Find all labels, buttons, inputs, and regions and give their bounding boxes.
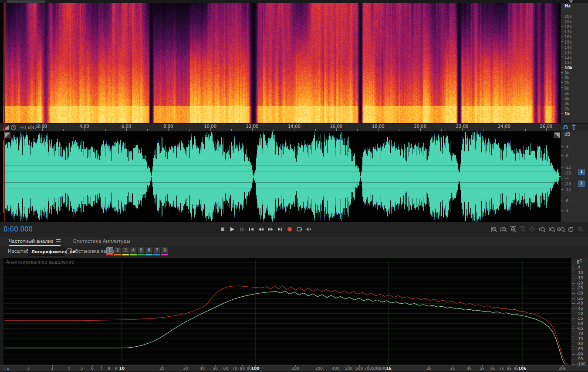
curve-channel-2 [4, 291, 565, 365]
timeline-label: 10:00 [202, 124, 219, 129]
gain-readout[interactable]: +0 dB [19, 125, 34, 131]
db-axis-label: -100 [577, 362, 585, 366]
copy-graph-button[interactable] [65, 248, 73, 255]
frequency-axis-label: 3 [45, 366, 60, 371]
db-axis-minor-tick [572, 285, 574, 286]
db-axis-label: -15 [577, 276, 583, 280]
zoom-selection-right-button[interactable] [547, 225, 556, 234]
waveform-display[interactable] [3, 131, 561, 222]
transport-controls [218, 225, 313, 234]
frame-hold-button-7[interactable]: 7 [153, 247, 160, 255]
time-display[interactable]: 0:00.000 [3, 225, 33, 233]
frame-hold-button-2[interactable]: 2 [114, 247, 121, 255]
loop-playback-button[interactable] [294, 225, 304, 234]
skip-selection-button[interactable] [304, 225, 313, 234]
db-axis-minor-tick [572, 265, 574, 266]
pause-button[interactable] [237, 225, 246, 234]
magnet-icon[interactable] [562, 124, 569, 131]
amplitude-ruler-label: -∞ [564, 176, 569, 181]
timeline-tick [147, 129, 148, 131]
tab-frequency-analysis[interactable]: Частотный анализ [9, 238, 61, 246]
frequency-ruler-tick [561, 26, 563, 27]
timeline-label: 6:00 [118, 124, 135, 129]
tab-amplitude-statistics[interactable]: Статистика Амплитуды [73, 238, 130, 245]
frequency-ruler-label: 14k [564, 45, 572, 50]
db-axis-tick [572, 308, 575, 309]
frequency-ruler-label: 1k [564, 112, 570, 116]
timeline-tick [63, 129, 64, 131]
frequency-ruler-label: 9k [564, 71, 569, 75]
db-axis-tick [572, 334, 575, 334]
amplitude-ruler-tick [561, 155, 563, 156]
db-axis-tick [572, 288, 575, 288]
frame-hold-button-3[interactable]: 3 [122, 247, 129, 255]
zoom-in-amplitude-button[interactable] [490, 225, 499, 234]
fade-in-handle[interactable] [4, 132, 10, 138]
zoom-selection-button[interactable] [557, 225, 566, 234]
zoom-point-button[interactable] [528, 225, 537, 234]
timeline-label: 4:00 [75, 124, 93, 129]
amplitude-ruler-unit: dB [564, 132, 570, 137]
stop-button[interactable] [218, 225, 227, 234]
db-axis-minor-tick [572, 291, 574, 291]
zoom-out-full-button[interactable] [518, 225, 527, 234]
db-axis-label: 0 [577, 261, 579, 265]
rewind-button[interactable] [256, 225, 265, 234]
frame-hold-button-5[interactable]: 5 [138, 247, 145, 255]
skip-to-start-button[interactable] [247, 225, 256, 234]
waveform-left-margin [0, 131, 3, 222]
db-axis-tick [572, 324, 575, 324]
frequency-ruler-tick [561, 52, 563, 52]
timeline-label: 26:00 [537, 124, 555, 129]
zoom-locked-button[interactable] [576, 225, 585, 234]
channel-2-badge[interactable]: 2 [578, 181, 585, 187]
record-button[interactable] [285, 225, 294, 234]
play-button[interactable] [227, 225, 237, 234]
db-axis-label: -95 [577, 357, 583, 361]
frequency-ruler-label: 3k [564, 101, 569, 106]
reset-zoom-button[interactable] [566, 225, 575, 234]
frame-hold-number: 7 [153, 247, 160, 254]
frequency-axis-label: 20 [155, 366, 169, 371]
frequency-ruler-label: 10k [564, 66, 573, 70]
amplitude-ruler-tick [561, 178, 563, 178]
playhead[interactable] [4, 3, 5, 222]
frame-hold-button-6[interactable]: 6 [145, 247, 152, 255]
db-axis-label: -60 [577, 322, 583, 326]
frame-hold-button-1[interactable]: 1 [106, 247, 113, 255]
timeline-tick [525, 129, 526, 131]
frame-hold-button-8[interactable]: 8 [161, 247, 168, 255]
spectrogram-display[interactable] [3, 3, 561, 123]
frequency-axis-label: 3k [445, 366, 460, 371]
panel-drag-handle[interactable] [7, 0, 45, 3]
fast-forward-button[interactable] [266, 225, 275, 234]
top-edge-bar [0, 0, 588, 3]
channel-1-badge[interactable]: 1 [578, 169, 585, 175]
frame-hold-color-swatch [153, 254, 160, 255]
db-axis-minor-tick [572, 296, 574, 296]
timeline-tick [483, 129, 483, 131]
marker-pin-icon[interactable] [571, 124, 577, 131]
zoom-out-amplitude-button[interactable] [499, 225, 508, 234]
scale-label: Масштаб: [8, 249, 30, 254]
zoom-tools [490, 225, 585, 234]
clock-icon[interactable] [10, 124, 17, 131]
panel-menu-icon[interactable] [56, 239, 61, 243]
scale-dropdown[interactable]: Логарифмический [28, 248, 64, 256]
frequency-ruler-tick [561, 21, 563, 21]
zoom-selection-left-button[interactable] [537, 225, 547, 234]
db-axis-tick [572, 314, 575, 314]
frame-hold-button-4[interactable]: 4 [130, 247, 137, 255]
frame-hold-number: 4 [130, 247, 137, 254]
amplitude-ruler-tick [561, 184, 563, 184]
timeline-label: 12:00 [243, 124, 261, 129]
db-axis-label: -50 [577, 312, 583, 316]
fade-out-handle[interactable] [554, 132, 560, 138]
zoom-in-full-button[interactable] [509, 225, 518, 234]
timeline-tick [189, 129, 189, 131]
skip-to-end-button[interactable] [275, 225, 284, 234]
frame-hold-number: 2 [114, 247, 121, 254]
frame-hold-color-swatch [106, 254, 113, 255]
db-axis-label: -85 [577, 347, 583, 351]
frequency-ruler-tick [561, 113, 563, 114]
